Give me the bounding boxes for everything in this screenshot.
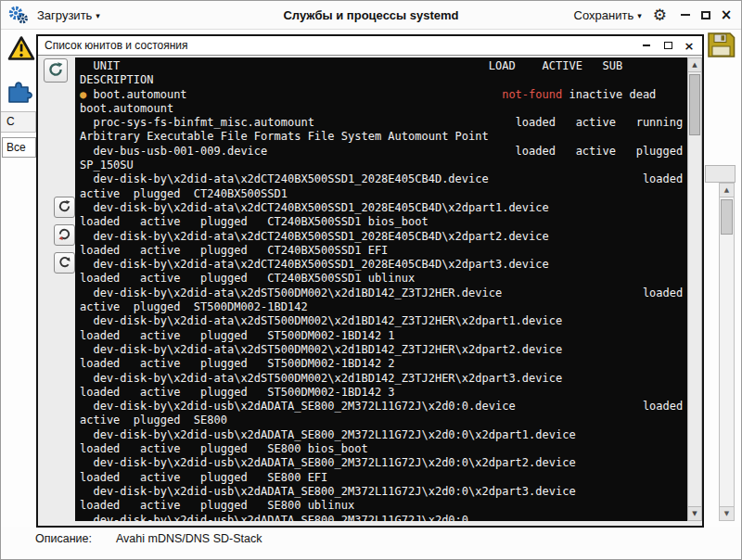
terminal-line: loaded active plugged ST500DM002-1BD142 …: [80, 329, 687, 343]
warning-icon[interactable]: [7, 35, 35, 64]
main-table-scrollbar[interactable]: ▲ ▼: [719, 183, 735, 521]
terminal-line: loaded active plugged CT240BX500SSD1 ubl…: [80, 272, 687, 286]
save-floppy-icon[interactable]: [707, 32, 736, 61]
close-button[interactable]: ×: [719, 7, 734, 22]
terminal-line: dev-disk-by\x2did-ata\x2dST500DM002\x2d1…: [80, 343, 687, 357]
circular-arrows-icon: [58, 199, 71, 216]
settings-gear-icon[interactable]: ⚙: [653, 7, 667, 23]
dialog-body: UNIT LOAD ACTIVE SUBDESCRIPTION● boot.au…: [38, 56, 702, 524]
page-title: Службы и процессы systemd: [112, 8, 630, 22]
terminal-line: dev-disk-by\x2did-ata\x2dST500DM002\x2d1…: [80, 372, 687, 386]
window-controls: ×: [678, 7, 734, 22]
terminal-line: loaded active plugged ST500DM002-1BD142 …: [80, 386, 687, 400]
terminal-line: active plugged CT240BX500SSD1: [80, 187, 687, 201]
scroll-up-icon[interactable]: ▲: [720, 184, 734, 197]
scroll-down-icon[interactable]: ▼: [720, 506, 734, 520]
refresh-button[interactable]: [44, 58, 68, 83]
terminal-line: DESCRIPTION: [80, 73, 687, 87]
terminal-line: loaded active plugged ST500DM002-1BD142 …: [80, 357, 687, 371]
dialog-maximize-button[interactable]: [661, 39, 674, 52]
chevron-down-icon: ▾: [96, 10, 100, 20]
terminal-line: dev-disk-by\x2did-usb\x2dADATA_SE800_2M3…: [80, 514, 687, 522]
terminal-line: dev-disk-by\x2did-usb\x2dADATA_SE800_2M3…: [80, 485, 687, 499]
maximize-icon: [664, 42, 672, 49]
terminal-line: loaded active plugged CT240BX500SSD1 bio…: [80, 215, 687, 229]
dialog-minimize-button[interactable]: [640, 39, 653, 52]
description-label: Описание:: [35, 532, 92, 545]
close-icon: ×: [684, 40, 695, 52]
app-gears-icon: [8, 5, 29, 25]
main-window: Загрузить ▾ Службы и процессы systemd Со…: [0, 0, 742, 560]
reload-units-button[interactable]: [54, 197, 75, 218]
terminal-line: dev-disk-by\x2did-ata\x2dCT240BX500SSD1_…: [80, 258, 687, 272]
main-titlebar: Загрузить ▾ Службы и процессы systemd Со…: [1, 1, 741, 30]
load-button-label: Загрузить: [37, 8, 92, 22]
chevron-down-icon: ▾: [637, 10, 642, 20]
puzzle-piece-icon: [6, 78, 32, 107]
terminal-scrollbar[interactable]: ▲ ▼: [687, 57, 702, 521]
terminal-line: SP_150SU: [80, 159, 687, 172]
scroll-up-icon[interactable]: ▲: [688, 58, 701, 72]
terminal-output[interactable]: UNIT LOAD ACTIVE SUBDESCRIPTION● boot.au…: [75, 57, 687, 521]
terminal-line: active plugged ST500DM002-1BD142: [80, 300, 687, 314]
maximize-icon: [701, 11, 710, 19]
dialog-close-button[interactable]: ×: [683, 39, 696, 52]
terminal-line: dev-disk-by\x2did-ata\x2dST500DM002\x2d1…: [80, 286, 687, 300]
tab-services-fragment[interactable]: С: [1, 111, 36, 133]
refresh-icon: [47, 61, 64, 81]
terminal-line: loaded active plugged CT240BX500SSD1 EFI: [80, 244, 687, 258]
units-dialog: Список юнитов и состояния ×: [36, 34, 704, 528]
filter-value: Все: [6, 141, 26, 154]
reset-button[interactable]: [54, 252, 75, 274]
dialog-title: Список юнитов и состояния: [45, 39, 188, 52]
dialog-titlebar: Список юнитов и состояния ×: [38, 36, 702, 56]
terminal-line: dev-disk-by\x2did-usb\x2dADATA_SE800_2M3…: [80, 428, 687, 442]
reread-state-button[interactable]: [54, 224, 75, 246]
tab-label: С: [6, 115, 15, 128]
save-button-label: Сохранить: [574, 8, 634, 22]
terminal-line: loaded active plugged SE800 bios_boot: [80, 442, 687, 456]
description-value: Avahi mDNS/DNS SD-Stack: [116, 532, 262, 545]
terminal-line: active plugged SE800: [80, 414, 687, 427]
close-icon: ×: [721, 8, 733, 22]
minimize-button[interactable]: [678, 7, 693, 22]
scrollbar-thumb[interactable]: [689, 74, 700, 135]
terminal-line: boot.automount: [80, 102, 687, 116]
maximize-button[interactable]: [698, 7, 713, 22]
scrollbar-thumb[interactable]: [721, 199, 733, 235]
save-dropdown-button[interactable]: Сохранить ▾: [574, 8, 642, 22]
terminal-line: dev-disk-by\x2did-ata\x2dCT240BX500SSD1_…: [80, 172, 687, 186]
scroll-down-icon[interactable]: ▼: [688, 506, 701, 520]
terminal-line: proc-sys-fs-binfmt_misc.automount loaded…: [80, 116, 687, 130]
terminal-line: dev-bus-usb-001-009.device loaded active…: [80, 145, 687, 159]
terminal-line: ● boot.automount not-found inactive dead: [80, 88, 687, 102]
filter-combobox-fragment[interactable]: Все: [2, 137, 36, 158]
rotate-arrow-icon: [58, 255, 71, 272]
terminal-line: dev-disk-by\x2did-ata\x2dCT240BX500SSD1_…: [80, 201, 687, 215]
minimize-icon: [643, 45, 650, 46]
terminal-line: loaded active plugged SE800 ublinux: [80, 499, 687, 513]
terminal-line: dev-disk-by\x2did-usb\x2dADATA_SE800_2M3…: [80, 400, 687, 414]
terminal-line: dev-disk-by\x2did-ata\x2dCT240BX500SSD1_…: [80, 230, 687, 244]
table-header-fragment: [705, 165, 736, 183]
minimize-icon: [681, 14, 690, 16]
history-arrow-icon: [58, 227, 71, 244]
dialog-window-controls: ×: [640, 39, 696, 52]
status-bar: Описание: Avahi mDNS/DNS SD-Stack: [2, 527, 740, 558]
terminal-line: Arbitrary Executable File Formats File S…: [80, 130, 687, 144]
terminal-line: dev-disk-by\x2did-ata\x2dST500DM002\x2d1…: [80, 314, 687, 328]
load-dropdown-button[interactable]: Загрузить ▾: [37, 8, 100, 22]
terminal-line: dev-disk-by\x2did-usb\x2dADATA_SE800_2M3…: [80, 456, 687, 470]
terminal-line: loaded active plugged SE800 EFI: [80, 471, 687, 485]
terminal-line: UNIT LOAD ACTIVE SUB: [80, 59, 687, 73]
